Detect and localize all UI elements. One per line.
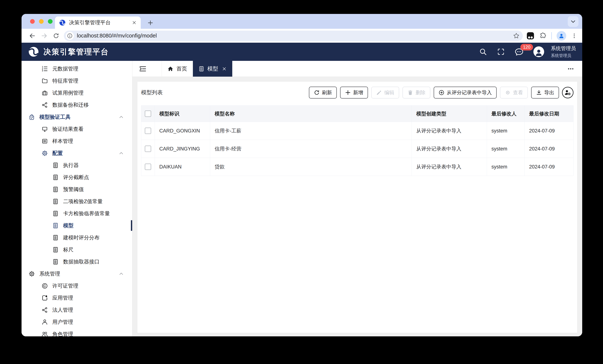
- sidebar-item-sample-management[interactable]: 样本管理: [22, 135, 132, 147]
- export-button[interactable]: 导出: [531, 87, 559, 99]
- sidebar-item-ruler[interactable]: 标尺: [22, 244, 132, 256]
- browser-toolbar-right: [526, 31, 577, 41]
- refresh-button[interactable]: 刷新: [309, 87, 337, 99]
- minimize-window-button[interactable]: [39, 19, 44, 24]
- add-button[interactable]: 新增: [340, 87, 368, 99]
- url-bar[interactable]: localhost:8080/#/mv/config/model: [64, 31, 523, 41]
- collapse-sidebar-icon[interactable]: [139, 65, 147, 73]
- monitor-icon: [42, 126, 48, 132]
- ordered-list-icon: [42, 66, 48, 72]
- sidebar-item-trial-cases[interactable]: 试算用例管理: [22, 87, 132, 99]
- cell-model-id: CARD_JINGYING: [155, 140, 210, 158]
- reload-button[interactable]: [50, 30, 62, 42]
- extensions-puzzle-icon[interactable]: [540, 32, 546, 39]
- sidebar-item-label: 执行器: [63, 162, 79, 169]
- forward-button[interactable]: [38, 30, 50, 42]
- button-label: 从评分记录表中导入: [447, 89, 492, 96]
- browser-profile-button[interactable]: [557, 31, 566, 41]
- sidebar-item-binomial-z[interactable]: 二项检验Z值常量: [22, 195, 132, 207]
- table-row[interactable]: CARD_GONGXIN 信用卡-工薪 从评分记录表中导入 system 202…: [141, 122, 573, 140]
- extension-app-icon[interactable]: [526, 32, 535, 40]
- sidebar-item-users[interactable]: 用户管理: [22, 316, 132, 328]
- cell-modified-by: system: [487, 122, 525, 140]
- user-avatar[interactable]: [533, 46, 544, 57]
- info-icon: [67, 33, 73, 39]
- download-icon: [536, 90, 542, 96]
- close-window-button[interactable]: [30, 19, 35, 24]
- message-count-badge: 120: [520, 44, 533, 50]
- sidebar-item-label: 样本管理: [52, 138, 73, 145]
- url-text[interactable]: localhost:8080/#/mv/config/model: [77, 33, 513, 39]
- cell-model-id: DAIKUAN: [155, 158, 210, 176]
- cell-modified-date: 2024-07-09: [525, 158, 573, 176]
- row-checkbox[interactable]: [145, 164, 151, 170]
- sidebar-item-applications[interactable]: 应用管理: [22, 292, 132, 304]
- import-from-score-records-button[interactable]: 从评分记录表中导入: [434, 87, 497, 99]
- tab-model[interactable]: 模型: [193, 61, 232, 77]
- sidebar-item-modeling-score-dist[interactable]: 建模时评分分布: [22, 231, 132, 244]
- select-all-checkbox[interactable]: [145, 111, 151, 117]
- sidebar-group-config[interactable]: 配置: [22, 147, 132, 159]
- list-box-icon: [42, 138, 48, 144]
- site-info-button[interactable]: [66, 32, 74, 40]
- bag-check-icon: [29, 114, 35, 120]
- tab-home[interactable]: 首页: [162, 61, 193, 77]
- sidebar-item-feature-library[interactable]: 特征库管理: [22, 75, 132, 87]
- user-info[interactable]: 系统管理员 系统管理员: [551, 45, 576, 58]
- sidebar-group-model-validation[interactable]: 模型验证工具: [22, 111, 132, 123]
- button-label: 编辑: [384, 89, 394, 96]
- table-row[interactable]: DAIKUAN 贷款 从评分记录表中导入 system 2024-07-09: [141, 158, 573, 176]
- app-navbar: 决策引擎管理平台 120 系统管理员 系统管理员: [22, 43, 582, 61]
- sidebar-item-metadata[interactable]: 元数据管理: [22, 63, 132, 75]
- view-button[interactable]: 查看: [500, 87, 528, 99]
- tab-options-kebab-icon[interactable]: [567, 65, 574, 73]
- global-search-button[interactable]: [479, 48, 487, 56]
- browser-window: 决策引擎管理平台 localhost:8080/#/mv/config/mode…: [22, 14, 582, 336]
- table-row[interactable]: CARD_JINGYING 信用卡-经营 从评分记录表中导入 system 20…: [141, 140, 573, 158]
- sidebar-item-warning-threshold[interactable]: 预警阈值: [22, 183, 132, 195]
- user-permission-button[interactable]: [562, 87, 573, 98]
- sidebar-group-label: 模型验证工具: [39, 114, 70, 121]
- receipt-icon: [198, 66, 204, 72]
- browser-menu-kebab-icon[interactable]: [571, 33, 577, 39]
- sidebar-item-label: 数据抽取器接口: [63, 258, 100, 265]
- receipt-icon: [52, 222, 59, 229]
- row-checkbox[interactable]: [145, 146, 151, 152]
- back-button[interactable]: [26, 30, 38, 42]
- favicon-logo-icon: [59, 19, 66, 26]
- delete-button[interactable]: 删除: [403, 87, 430, 99]
- user-role: 系统管理员: [551, 53, 576, 58]
- sidebar-item-model[interactable]: 模型: [22, 219, 132, 231]
- bookmark-star-icon[interactable]: [513, 33, 520, 39]
- sidebar-item-validation-results[interactable]: 验证结果查看: [22, 123, 132, 135]
- row-checkbox[interactable]: [145, 128, 151, 134]
- arrow-right-circle-icon: [439, 90, 444, 96]
- copyright-icon: [42, 283, 48, 289]
- suitcase-icon: [42, 90, 48, 96]
- toolbar-divider: [551, 32, 552, 40]
- fullscreen-button[interactable]: [497, 48, 505, 56]
- messages-button[interactable]: 120: [515, 47, 523, 56]
- table-header-row: 模型标识 模型名称 模型创建类型 最后修改人 最后修改日期: [141, 106, 573, 122]
- sidebar-item-data-backup[interactable]: 数据备份和迁移: [22, 99, 132, 111]
- new-tab-button[interactable]: [146, 18, 155, 28]
- column-header: 最后修改日期: [525, 106, 573, 122]
- sidebar-item-roles[interactable]: 角色管理: [22, 328, 132, 336]
- sidebar-item-legal-entity[interactable]: 法人管理: [22, 304, 132, 316]
- browser-tab[interactable]: 决策引擎管理平台: [55, 16, 141, 29]
- sidebar-item-executor[interactable]: 执行器: [22, 159, 132, 171]
- tab-label: 模型: [207, 65, 218, 73]
- browser-tabstrip: 决策引擎管理平台: [22, 14, 582, 29]
- sidebar-item-data-extractor[interactable]: 数据抽取器接口: [22, 256, 132, 268]
- sidebar-item-license[interactable]: 许可证管理: [22, 280, 132, 292]
- close-tab-icon[interactable]: [222, 67, 227, 71]
- sidebar-item-label: 特征库管理: [52, 77, 78, 84]
- sidebar-item-chi-square[interactable]: 卡方检验临界值常量: [22, 207, 132, 219]
- maximize-window-button[interactable]: [48, 19, 53, 24]
- edit-button[interactable]: 编辑: [371, 87, 399, 99]
- sidebar-group-system[interactable]: 系统管理: [22, 268, 132, 280]
- sidebar-item-score-cutoff[interactable]: 评分截断点: [22, 171, 132, 183]
- close-tab-icon[interactable]: [132, 20, 137, 25]
- sidebar-item-label: 二项检验Z值常量: [63, 198, 103, 205]
- tab-search-button[interactable]: [568, 16, 579, 27]
